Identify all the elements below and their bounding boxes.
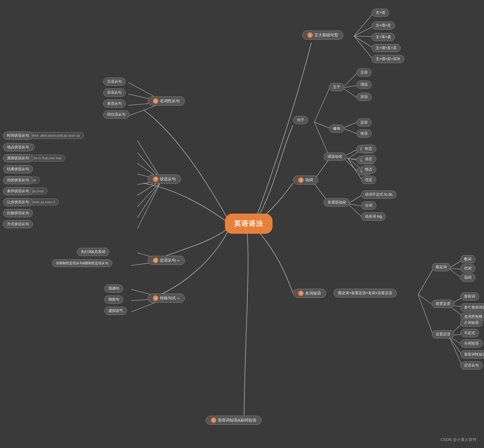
node-weiyudongci: 谓语动词: [323, 153, 346, 161]
node-zhuguan: 主干: [329, 83, 344, 91]
node-3: 3动词: [293, 175, 318, 185]
leaf-limited-3: 冠词: [460, 273, 475, 282]
leaf-n6-4: 同位语从句: [103, 110, 129, 119]
leaf-post-3: 分词短语: [460, 339, 483, 348]
leaf-n6-3: 表语从句: [103, 99, 126, 108]
svg-line-22: [348, 195, 362, 204]
leaf-post-1: 介词短语: [460, 319, 483, 327]
center-node: 英语语法: [225, 214, 273, 234]
leaf-zhuguan-1: 主语: [356, 68, 372, 77]
leaf-n7-5: 目的状语从句: [3, 176, 33, 184]
leaf-nonpred-1: 动词不定式 to do: [361, 190, 396, 199]
leaf-n8-1: 先行词&关系词: [77, 248, 109, 256]
leaf-s1-1: 主+谓: [372, 9, 389, 17]
leaf-post-2: 不定式: [460, 329, 479, 337]
svg-line-12: [342, 128, 357, 134]
node-qianzhi: 前置定语: [432, 300, 454, 308]
svg-line-44: [137, 140, 162, 180]
node-5: 5形容词短语&副词短语: [206, 416, 262, 425]
leaf-n7-1: 时间状语从句: [3, 132, 33, 140]
leaf-n9-2: 倒装句: [104, 295, 123, 304]
leaf-s1-5: 主+谓+宾+宾补: [372, 55, 404, 63]
leaf-nonpred-2: 分词: [361, 201, 376, 210]
svg-line-11: [342, 122, 357, 128]
leaf-post-4: 形容词性短语: [460, 350, 484, 359]
leaf-n9-1: 强调句: [104, 284, 123, 293]
leaf-zhuguan-3: 宾语: [356, 93, 372, 101]
svg-line-1: [354, 27, 372, 36]
leaf-n7-3: 原因状语从句: [3, 154, 33, 162]
leaf-n9-3: 虚拟语气: [104, 307, 127, 315]
leaf-s1-3: 主+系+表: [372, 33, 395, 41]
svg-line-28: [418, 294, 433, 336]
leaf-xiushi-1: 定语: [356, 118, 372, 127]
leaf-pred-3: 情态: [361, 165, 376, 174]
leaf-s1-4: 主+谓+宾+宾: [372, 44, 401, 52]
leaf-n7-8: 比较状语从句: [3, 209, 33, 217]
leaf-n7-4: 结果状语从句: [3, 165, 33, 173]
leaf-n7-9: 方式状语从句: [3, 220, 33, 228]
node-juzi: 句子: [293, 116, 308, 124]
watermark: CSDN @小黄人软件: [440, 437, 477, 443]
node-xiandingci: 限定词: [432, 263, 451, 271]
svg-line-52: [137, 180, 162, 229]
leaf-s1-2: 主+谓+宾: [372, 21, 395, 30]
node-9: 9特殊句式 ⇔: [148, 294, 185, 303]
leaf-zhuguan-2: 谓语: [356, 81, 372, 89]
leaf-pre-2: 多个形容词并列: [460, 303, 484, 312]
leaf-xiushi-2: 状语: [356, 129, 372, 138]
leaf-pred-1: 时态: [361, 145, 376, 153]
node-6: 6名词性从句: [148, 96, 185, 106]
node-7: 7状语从句: [148, 175, 181, 184]
node-1: 1五大基础句型: [302, 31, 343, 40]
leaf-limited-2: 代词: [460, 264, 475, 273]
leaf-n6-2: 宾语从句: [103, 89, 126, 97]
node-4: 4名词短语: [293, 289, 326, 298]
leaf-n6-1: 主语从句: [103, 78, 126, 86]
svg-line-26: [418, 269, 433, 294]
svg-line-10: [342, 88, 357, 98]
svg-line-51: [137, 180, 162, 218]
leaf-nonpred-3: 动名词 ing: [361, 212, 386, 221]
node-houzhi: 后置定语: [432, 330, 454, 338]
leaf-n7-6: 条件状语从句: [3, 187, 33, 195]
svg-line-27: [418, 294, 433, 305]
leaf-pred-4: 否定: [361, 176, 376, 184]
node-n4formula: 限定词+前置定语+名词+后置定语: [334, 289, 397, 298]
svg-line-2: [354, 36, 372, 37]
leaf-n7-2: 地点状语从句: [3, 143, 33, 151]
node-xiushi: 修饰: [329, 125, 344, 133]
leaf-post-5: 定语从句: [460, 361, 483, 370]
leaf-pred-2: 语态: [361, 155, 376, 163]
svg-line-5: [314, 88, 330, 122]
svg-line-3: [354, 36, 372, 47]
node-8: 8定语从句 ⇔: [148, 256, 185, 265]
svg-line-0: [354, 14, 372, 36]
svg-line-4: [354, 36, 372, 59]
leaf-n8-2: 非限制性定语从句&限制性定语从句: [52, 259, 112, 267]
leaf-limited-1: 数词: [460, 255, 475, 263]
leaf-n7-7: 让步状语从句: [3, 198, 33, 206]
leaf-pre-1: 形容词: [460, 292, 479, 301]
node-feiweiyudongci: 非谓语动词: [323, 198, 350, 207]
